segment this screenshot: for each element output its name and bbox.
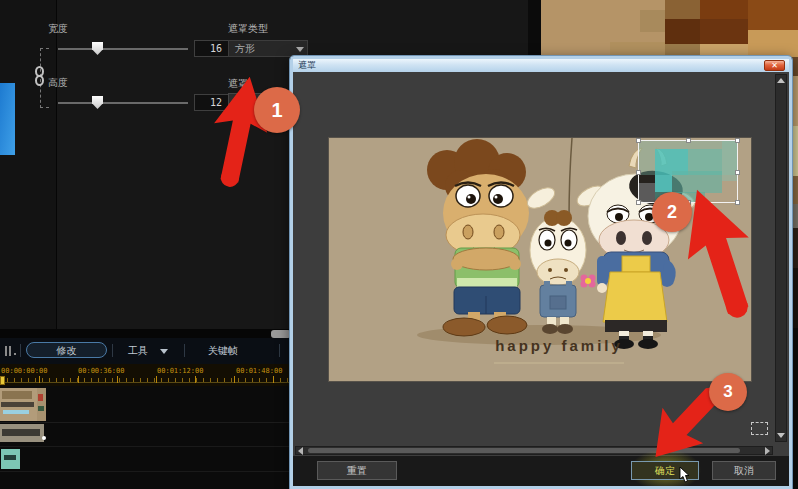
mosaic-block: [748, 30, 798, 57]
dialog-titlebar[interactable]: 遮罩 ✕: [293, 59, 789, 72]
chevron-down-icon: [296, 47, 304, 52]
tab-modify[interactable]: 修改: [26, 342, 107, 358]
timestamp: 00:00:00:00: [1, 367, 47, 375]
timestamp: 00:01:48:00: [236, 367, 282, 375]
scroll-right-icon[interactable]: [765, 447, 770, 455]
mosaic-block: [610, 42, 665, 57]
step-badge-3: 3: [709, 373, 747, 411]
mask-block: [639, 183, 655, 202]
track-separator: [0, 446, 292, 447]
vertical-scrollbar[interactable]: [775, 74, 787, 442]
tab-tools[interactable]: 工具: [128, 344, 174, 358]
step-badge-1: 1: [254, 87, 300, 133]
ruler-major-ticks: [0, 376, 292, 383]
tab-keyframe[interactable]: 关键帧: [208, 344, 248, 358]
width-slider-thumb[interactable]: [92, 42, 103, 55]
scroll-left-icon[interactable]: [298, 447, 303, 455]
selection-handle[interactable]: [686, 138, 691, 143]
mosaic-block: [792, 204, 798, 228]
dialog-title: 遮罩: [298, 60, 316, 70]
mosaic-block: [528, 0, 541, 57]
width-label: 宽度: [48, 22, 68, 36]
width-slider-track[interactable]: [58, 48, 188, 50]
tab-modify-label: 修改: [57, 345, 77, 356]
preview-fragment-blue: [0, 83, 15, 155]
timeline-area: 修改 工具 关键帧 00:00:00:00 00:00:36:00 00:01:…: [0, 329, 292, 489]
mask-type-dropdown[interactable]: 方形: [228, 40, 308, 57]
timestamp: 00:01:12:00: [157, 367, 203, 375]
pixelated-backdrop: [528, 0, 798, 57]
track-clip[interactable]: [37, 388, 46, 421]
height-slider-track[interactable]: [58, 102, 188, 104]
mosaic-block: [665, 19, 700, 44]
height-slider-thumb[interactable]: [92, 96, 103, 109]
track-separator: [0, 471, 292, 472]
panel-divider: [56, 0, 57, 330]
video-editor-app: 宽度 高度 遮罩类型 方形 遮罩 遮罩: [0, 0, 798, 489]
pixelated-right-strip: [792, 57, 798, 489]
toolbar-separator: [279, 344, 280, 357]
toolbar-separator: [184, 344, 185, 357]
toolbar-grip-icon[interactable]: [5, 346, 17, 356]
clip-handle-dot[interactable]: [42, 436, 46, 440]
toolbar-separator: [112, 344, 113, 357]
height-label: 高度: [48, 76, 68, 90]
mask-type-value: 方形: [235, 43, 255, 54]
timestamp: 00:00:36:00: [78, 367, 124, 375]
marquee-selection-icon[interactable]: [751, 422, 768, 435]
track-clip[interactable]: [0, 424, 44, 442]
dialog-button-row: 重置 确定 取消: [293, 456, 789, 486]
playhead[interactable]: [0, 376, 5, 385]
mosaic-block: [792, 126, 798, 176]
mosaic-block: [700, 19, 748, 44]
tab-keyframe-label: 关键帧: [208, 345, 238, 356]
toolbar-separator: [20, 344, 21, 357]
selection-handle[interactable]: [636, 138, 641, 143]
mask-type-label: 遮罩类型: [228, 22, 268, 36]
link-sliders-icon[interactable]: [33, 66, 48, 90]
track-clip[interactable]: [0, 388, 37, 421]
selection-handle[interactable]: [735, 138, 740, 143]
track-separator: [0, 422, 292, 423]
selection-handle[interactable]: [636, 200, 641, 205]
mosaic-block: [665, 0, 700, 19]
timeline-toolbar: 修改 工具 关键帧: [0, 338, 292, 364]
tab-tools-label: 工具: [128, 345, 148, 356]
mask-block: [655, 175, 672, 192]
caption-underline-flourish: [494, 362, 624, 364]
timeline-ruler[interactable]: 00:00:00:00 00:00:36:00 00:01:12:00 00:0…: [0, 364, 292, 386]
mosaic-block: [792, 57, 798, 76]
timeline-gap: [0, 329, 292, 338]
cancel-button[interactable]: 取消: [712, 461, 776, 480]
track-clip[interactable]: [1, 449, 20, 469]
mosaic-block: [748, 0, 798, 30]
step-badge-2: 2: [652, 192, 692, 232]
image-caption: happy family: [479, 337, 639, 354]
timeline-tracks: [0, 386, 292, 489]
tools-chevron-icon: [160, 349, 168, 354]
close-icon: ✕: [771, 61, 778, 70]
scroll-down-icon[interactable]: [777, 433, 785, 438]
mosaic-block: [792, 76, 798, 126]
mosaic-block: [792, 176, 798, 204]
mosaic-block: [792, 228, 798, 268]
close-button[interactable]: ✕: [764, 60, 785, 71]
reset-button[interactable]: 重置: [317, 461, 397, 480]
mosaic-block: [792, 268, 798, 328]
mosaic-block: [700, 0, 748, 19]
scroll-up-icon[interactable]: [777, 78, 785, 83]
scrollbar-nub[interactable]: [271, 330, 291, 338]
mosaic-block: [640, 10, 668, 32]
selection-handle[interactable]: [636, 170, 641, 175]
